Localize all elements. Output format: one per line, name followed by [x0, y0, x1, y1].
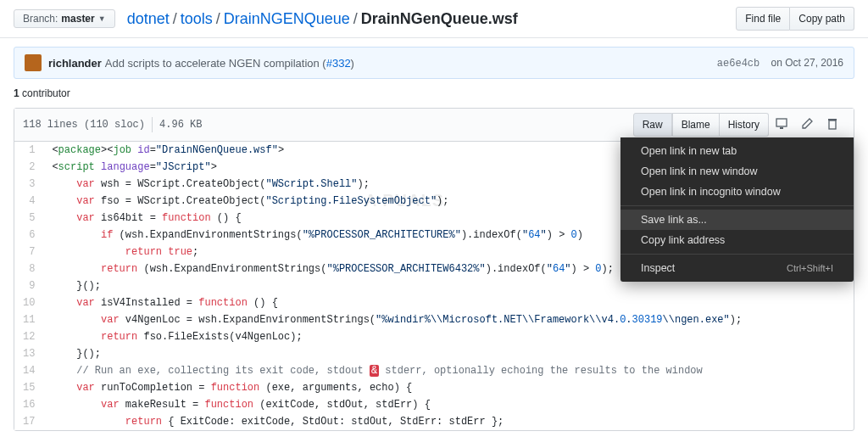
copy-path-button[interactable]: Copy path [790, 7, 854, 31]
menu-separator [620, 205, 854, 206]
commit-author[interactable]: richlander [48, 57, 102, 70]
commit-message: Add scripts to accelerate NGEN compilati… [105, 57, 354, 70]
code-line: var isV4Installed = function () { [52, 294, 845, 311]
line-number: 7 [23, 244, 35, 260]
line-number: 5 [23, 210, 35, 227]
code-line: return { ExitCode: exitCode, StdOut: std… [52, 413, 845, 430]
context-menu-item[interactable]: Open link in new tab [620, 141, 854, 161]
context-menu-shortcut: Ctrl+Shift+I [787, 263, 833, 273]
context-menu-item[interactable]: Open link in new window [620, 161, 854, 182]
svg-rect-2 [829, 120, 836, 129]
file-size: 4.96 KB [159, 119, 202, 131]
line-number: 16 [23, 396, 35, 413]
line-number: 12 [23, 328, 35, 345]
commit-sha[interactable]: ae6e4cb [717, 58, 760, 70]
line-number: 15 [23, 379, 35, 396]
line-number: 9 [23, 277, 35, 294]
breadcrumb-sep: / [173, 10, 177, 28]
svg-rect-3 [828, 119, 837, 120]
divider [152, 117, 153, 132]
context-menu-label: Copy link address [641, 234, 725, 246]
context-menu-item[interactable]: Copy link address [620, 230, 854, 250]
context-menu-item[interactable]: Open link in incognito window [620, 182, 854, 202]
line-number: 14 [23, 362, 35, 379]
line-number: 13 [23, 345, 35, 362]
svg-rect-0 [776, 119, 787, 126]
trash-icon[interactable] [820, 115, 845, 135]
desktop-icon[interactable] [769, 115, 794, 135]
context-menu: Open link in new tabOpen link in new win… [620, 137, 854, 282]
context-menu-label: Inspect [641, 262, 675, 274]
branch-value: master [61, 13, 94, 25]
breadcrumb: dotnet / tools / DrainNGENQueue / DrainN… [127, 10, 732, 28]
find-file-button[interactable]: Find file [736, 7, 790, 31]
line-number: 17 [23, 413, 35, 430]
context-menu-label: Open link in new window [641, 165, 758, 177]
context-menu-item[interactable]: InspectCtrl+Shift+I [620, 258, 854, 278]
breadcrumb-sep: / [353, 10, 358, 28]
line-number: 6 [23, 227, 35, 244]
breadcrumb-0[interactable]: dotnet [127, 10, 170, 28]
pr-link[interactable]: #332 [326, 57, 351, 70]
commit-summary: richlander Add scripts to accelerate NGE… [14, 47, 854, 79]
code-line: // Run an exe, collecting its exit code,… [52, 362, 845, 379]
code-line: var v4NgenLoc = wsh.ExpandEnvironmentStr… [52, 311, 845, 328]
breadcrumb-1[interactable]: tools [181, 10, 213, 28]
line-number: 10 [23, 294, 35, 311]
line-number: 11 [23, 311, 35, 328]
context-menu-label: Open link in incognito window [641, 186, 781, 198]
branch-label: Branch: [23, 13, 58, 25]
pencil-icon[interactable] [794, 115, 820, 135]
code-line: return fso.FileExists(v4NgenLoc); [52, 328, 845, 345]
context-menu-item[interactable]: Save link as... [620, 210, 854, 230]
menu-separator [620, 254, 854, 255]
blame-button[interactable]: Blame [672, 113, 720, 137]
avatar [25, 54, 42, 71]
breadcrumb-final: DrainNGenQueue.wsf [361, 10, 518, 28]
breadcrumb-sep: / [216, 10, 220, 28]
branch-selector[interactable]: Branch: master ▼ [14, 9, 115, 28]
contributors[interactable]: 1 contributor [14, 87, 854, 99]
code-line: var makeResult = function (exitCode, std… [52, 396, 845, 413]
history-button[interactable]: History [720, 113, 769, 137]
breadcrumb-2[interactable]: DrainNGENQueue [224, 10, 350, 28]
chevron-down-icon: ▼ [98, 14, 106, 23]
raw-button[interactable]: Raw [633, 113, 672, 137]
line-number: 2 [23, 159, 35, 176]
context-menu-label: Save link as... [641, 214, 707, 226]
line-number: 1 [23, 142, 35, 159]
code-line: var runToCompletion = function (exe, arg… [52, 379, 845, 396]
code-line: }(); [52, 345, 845, 362]
context-menu-label: Open link in new tab [641, 145, 737, 157]
svg-rect-1 [780, 127, 783, 129]
line-number: 8 [23, 260, 35, 277]
line-number: 3 [23, 176, 35, 193]
file-lines: 118 lines (110 sloc) [23, 119, 145, 131]
line-number: 4 [23, 193, 35, 210]
commit-date: on Oct 27, 2016 [771, 57, 843, 69]
